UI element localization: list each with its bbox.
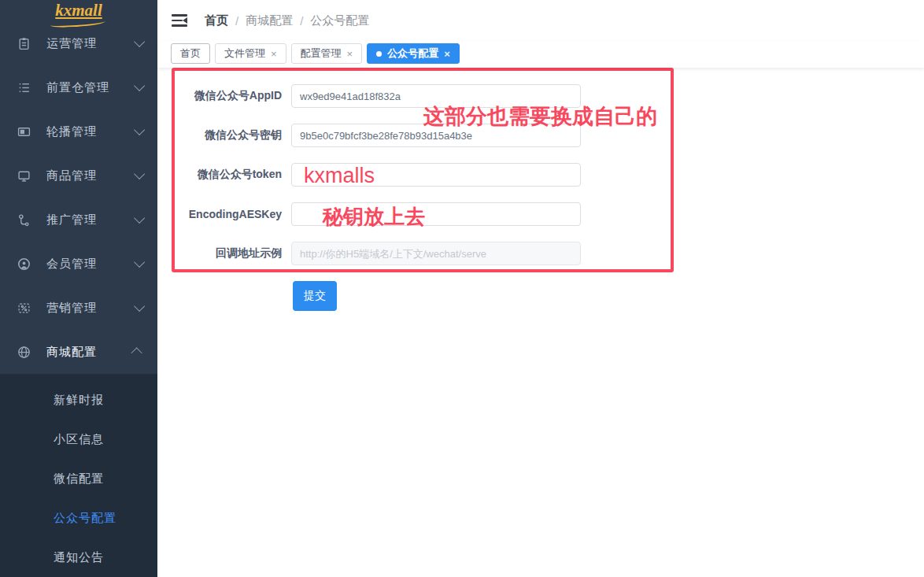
sidebar-item-label: 会员管理	[46, 257, 97, 272]
sidebar-item-label: 前置仓管理	[46, 80, 109, 95]
sidebar-item-promotion[interactable]: 推广管理	[0, 198, 157, 242]
breadcrumb-mall-config[interactable]: 商城配置	[246, 13, 293, 28]
form-row: 微信公众号AppID	[172, 84, 581, 108]
tab-official-account-config[interactable]: 公众号配置 ×	[367, 43, 460, 64]
sidebar-item-members[interactable]: 会员管理	[0, 242, 157, 286]
share-icon	[17, 213, 31, 227]
chevron-up-icon	[131, 347, 142, 358]
submenu-item-community-info[interactable]: 小区信息	[0, 420, 157, 459]
sidebar-item-products[interactable]: 商品管理	[0, 153, 157, 198]
submit-button[interactable]: 提交	[293, 281, 337, 311]
tabs-bar: 首页 文件管理 × 配置管理 × 公众号配置 ×	[157, 41, 924, 68]
chevron-down-icon	[134, 168, 145, 179]
tab-home[interactable]: 首页	[171, 43, 210, 64]
appid-label: 微信公众号AppID	[172, 89, 291, 103]
sidebar-item-carousel[interactable]: 轮播管理	[0, 109, 157, 153]
coupon-icon	[17, 301, 31, 315]
close-icon[interactable]: ×	[271, 49, 277, 59]
sidebar-item-mall-config[interactable]: 商城配置	[0, 330, 157, 374]
breadcrumb-home[interactable]: 首页	[205, 13, 228, 28]
content-panel: 微信公众号AppID 微信公众号密钥 微信公众号token EncodingAE…	[157, 68, 924, 577]
main-area: 首页 / 商城配置 / 公众号配置 首页 文件管理 × 配置管理 × 公众号配置	[157, 0, 924, 577]
form-row: EncodingAESKey	[172, 202, 581, 226]
aeskey-input[interactable]	[291, 202, 581, 226]
list-icon	[17, 81, 31, 94]
breadcrumb-separator: /	[235, 14, 238, 28]
sidebar-item-marketing[interactable]: 营销管理	[0, 286, 157, 330]
top-bar: 首页 / 商城配置 / 公众号配置	[157, 0, 924, 41]
chevron-down-icon	[134, 80, 145, 91]
tab-file-management[interactable]: 文件管理 ×	[215, 43, 286, 64]
sidebar: kxmall 运营管理 前置仓管理 轮播管理 商品管理	[0, 0, 157, 577]
globe-icon	[17, 346, 31, 359]
callback-url-input	[291, 242, 581, 265]
monitor-icon	[17, 169, 31, 183]
secret-label: 微信公众号密钥	[172, 128, 291, 142]
logo[interactable]: kxmall	[0, 0, 157, 21]
logo-text: kxmall	[55, 1, 102, 20]
tab-label: 公众号配置	[387, 46, 438, 61]
callback-url-label: 回调地址示例	[172, 246, 291, 261]
secret-input[interactable]	[291, 124, 581, 147]
chevron-down-icon	[134, 36, 145, 47]
form-row: 微信公众号token	[172, 163, 581, 187]
close-icon[interactable]: ×	[347, 49, 353, 59]
carousel-icon	[17, 125, 31, 139]
tab-label: 文件管理	[224, 46, 265, 61]
submenu-item-fresh-news[interactable]: 新鲜时报	[0, 380, 157, 420]
token-label: 微信公众号token	[172, 168, 291, 182]
sidebar-item-label: 推广管理	[46, 213, 97, 227]
sidebar-item-label: 商品管理	[46, 168, 97, 183]
sidebar-item-label: 运营管理	[46, 36, 97, 51]
sidebar-submenu: 新鲜时报 小区信息 微信配置 公众号配置 通知公告	[0, 374, 157, 577]
token-input[interactable]	[291, 163, 581, 187]
chevron-down-icon	[134, 257, 145, 268]
submenu-item-official-account-config[interactable]: 公众号配置	[0, 498, 157, 538]
form-row: 回调地址示例	[172, 242, 581, 265]
breadcrumb-separator: /	[300, 14, 303, 28]
submenu-item-wechat-config[interactable]: 微信配置	[0, 459, 157, 498]
chevron-down-icon	[134, 213, 145, 224]
official-account-form: 微信公众号AppID 微信公众号密钥 微信公众号token EncodingAE…	[172, 84, 581, 281]
sidebar-item-label: 商城配置	[46, 345, 97, 360]
github-icon	[17, 257, 31, 271]
chevron-down-icon	[134, 301, 145, 312]
breadcrumb-current: 公众号配置	[310, 13, 369, 28]
appid-input[interactable]	[291, 84, 581, 108]
sidebar-item-front-warehouse[interactable]: 前置仓管理	[0, 65, 157, 109]
sidebar-collapse-icon[interactable]	[172, 14, 187, 27]
sidebar-item-label: 营销管理	[46, 301, 97, 316]
aeskey-label: EncodingAESKey	[172, 208, 291, 220]
tab-label: 配置管理	[301, 46, 342, 61]
sidebar-item-operations[interactable]: 运营管理	[0, 21, 157, 65]
app-window: kxmall 运营管理 前置仓管理 轮播管理 商品管理	[0, 0, 924, 577]
submenu-item-notice[interactable]: 通知公告	[0, 538, 157, 577]
sidebar-menu: 运营管理 前置仓管理 轮播管理 商品管理 推广管理	[0, 21, 157, 374]
close-icon[interactable]: ×	[444, 49, 450, 59]
tab-config-management[interactable]: 配置管理 ×	[291, 43, 363, 64]
clipboard-icon	[17, 37, 31, 50]
tab-label: 首页	[180, 46, 201, 61]
breadcrumb: 首页 / 商城配置 / 公众号配置	[205, 13, 369, 28]
chevron-down-icon	[134, 124, 145, 135]
sidebar-item-label: 轮播管理	[46, 124, 97, 139]
form-row: 微信公众号密钥	[172, 124, 581, 147]
active-tab-dot	[376, 51, 382, 57]
